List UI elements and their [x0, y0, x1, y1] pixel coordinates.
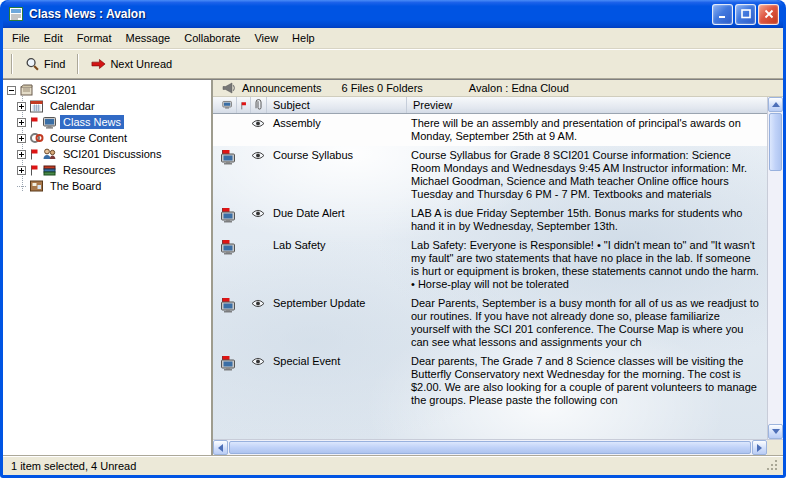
collapse-icon[interactable] [7, 86, 16, 95]
menu-file[interactable]: File [5, 29, 37, 47]
scroll-up-button[interactable] [768, 97, 783, 112]
calendar-icon [29, 99, 44, 113]
unread-flag-icon [29, 148, 39, 160]
eye-icon [251, 148, 267, 160]
resize-grip[interactable] [766, 459, 779, 472]
vertical-scroll-thumb[interactable] [769, 113, 782, 171]
message-row-due-date-alert[interactable]: Due Date Alert LAB A is due Friday Septe… [213, 204, 767, 236]
message-preview: There will be an assembly and presentati… [407, 116, 765, 143]
next-unread-label: Next Unread [110, 58, 172, 70]
unread-message-icon [219, 354, 251, 371]
message-icon-empty [219, 116, 251, 117]
titlebar[interactable]: Class News : Avalon [3, 0, 783, 28]
message-subject: Course Syllabus [267, 148, 407, 161]
folder-tree: SCI201 Calendar [3, 80, 213, 455]
expand-icon[interactable] [17, 150, 26, 159]
status-bar: 1 item selected, 4 Unread [3, 455, 783, 475]
eye-icon [251, 296, 267, 308]
tree-item-calendar[interactable]: Calendar [3, 98, 211, 114]
message-preview: Course Syllabus for Grade 8 SCI201 Cours… [407, 148, 765, 201]
horizontal-scroll-track[interactable] [228, 440, 752, 455]
unread-flag-icon [29, 116, 39, 128]
menu-view[interactable]: View [247, 29, 285, 47]
expand-icon[interactable] [17, 118, 26, 127]
close-button[interactable] [758, 4, 779, 25]
vertical-scrollbar[interactable] [767, 97, 783, 439]
menu-edit[interactable]: Edit [37, 29, 70, 47]
tree-item-sci201[interactable]: SCI201 [3, 82, 211, 98]
message-preview: LAB A is due Friday September 15th. Bonu… [407, 206, 765, 233]
content-panel: Announcements 6 Files 0 Folders Avalon :… [213, 80, 783, 455]
panel-header: Announcements 6 Files 0 Folders Avalon :… [213, 80, 783, 97]
message-row-september-update[interactable]: September Update Dear Parents, September… [213, 294, 767, 352]
maximize-button[interactable] [735, 4, 756, 25]
news-monitor-icon [42, 115, 57, 129]
tree-connector [17, 186, 26, 187]
column-preview[interactable]: Preview [407, 97, 767, 113]
menu-collaborate[interactable]: Collaborate [177, 29, 247, 47]
find-button[interactable]: Find [17, 53, 73, 76]
tree-item-label: Class News [60, 115, 124, 129]
toolbar: Find Next Unread [3, 49, 783, 79]
main-area: SCI201 Calendar [3, 79, 783, 455]
message-row-special-event[interactable]: Special Event Dear parents, The Grade 7 … [213, 352, 767, 410]
find-label: Find [44, 58, 65, 70]
tree-item-the-board[interactable]: The Board [3, 178, 211, 194]
course-content-icon [29, 131, 44, 145]
scroll-right-button[interactable] [752, 440, 767, 455]
tree-item-sci201-discussions[interactable]: SCI201 Discussions [3, 146, 211, 162]
tree-item-label: Calendar [47, 99, 98, 113]
tree-item-label: The Board [47, 179, 104, 193]
unread-message-icon [219, 206, 251, 223]
scroll-left-button[interactable] [213, 440, 228, 455]
menu-message[interactable]: Message [119, 29, 178, 47]
minimize-button[interactable] [712, 4, 733, 25]
message-row-assembly[interactable]: Assembly There will be an assembly and p… [213, 114, 767, 146]
column-item-icon[interactable] [219, 97, 237, 113]
scrollbar-corner [767, 440, 783, 455]
item-type-icon [222, 100, 233, 110]
message-row-lab-safety[interactable]: Lab Safety Lab Safety: Everyone is Respo… [213, 236, 767, 294]
megaphone-icon [222, 82, 236, 94]
next-unread-button[interactable]: Next Unread [83, 54, 180, 74]
location-path: Avalon : Edna Cloud [469, 82, 569, 94]
container-icon [19, 83, 34, 97]
status-text: 1 item selected, 4 Unread [11, 460, 766, 472]
message-subject: Assembly [267, 116, 407, 129]
message-row-course-syllabus[interactable]: Course Syllabus Course Syllabus for Grad… [213, 146, 767, 204]
message-list: Assembly There will be an assembly and p… [213, 114, 767, 439]
app-window: Class News : Avalon File Edit Format Mes… [0, 0, 786, 478]
tree-item-class-news[interactable]: Class News [3, 114, 211, 130]
expand-icon[interactable] [17, 102, 26, 111]
flag-column-icon [240, 100, 247, 111]
tree-item-label: Course Content [47, 131, 130, 145]
unread-message-icon [219, 296, 251, 313]
app-icon [8, 6, 24, 22]
message-subject: September Update [267, 296, 407, 309]
magnifier-icon [25, 57, 40, 72]
tree-item-resources[interactable]: Resources [3, 162, 211, 178]
tree-item-label: SCI201 Discussions [60, 147, 164, 161]
message-subject: Lab Safety [267, 238, 407, 251]
menubar: File Edit Format Message Collaborate Vie… [3, 28, 783, 49]
menu-help[interactable]: Help [285, 29, 322, 47]
message-preview: Dear Parents, September is a busy month … [407, 296, 765, 349]
eye-icon [251, 206, 267, 218]
expand-icon[interactable] [17, 134, 26, 143]
column-subject[interactable]: Subject [267, 97, 407, 113]
scroll-down-button[interactable] [768, 424, 783, 439]
tree-item-course-content[interactable]: Course Content [3, 130, 211, 146]
toolbar-separator [77, 54, 79, 74]
message-preview: Dear parents, The Grade 7 and 8 Science … [407, 354, 765, 407]
unread-message-icon [219, 238, 251, 255]
eye-icon [251, 354, 267, 366]
message-subject: Special Event [267, 354, 407, 367]
horizontal-scroll-thumb[interactable] [229, 441, 751, 454]
tree-item-label: SCI201 [37, 83, 80, 97]
expand-icon[interactable] [17, 166, 26, 175]
column-attachment[interactable] [251, 97, 267, 113]
horizontal-scrollbar[interactable] [213, 439, 783, 455]
menu-format[interactable]: Format [70, 29, 119, 47]
board-icon [29, 179, 44, 193]
column-flag[interactable] [237, 97, 251, 113]
